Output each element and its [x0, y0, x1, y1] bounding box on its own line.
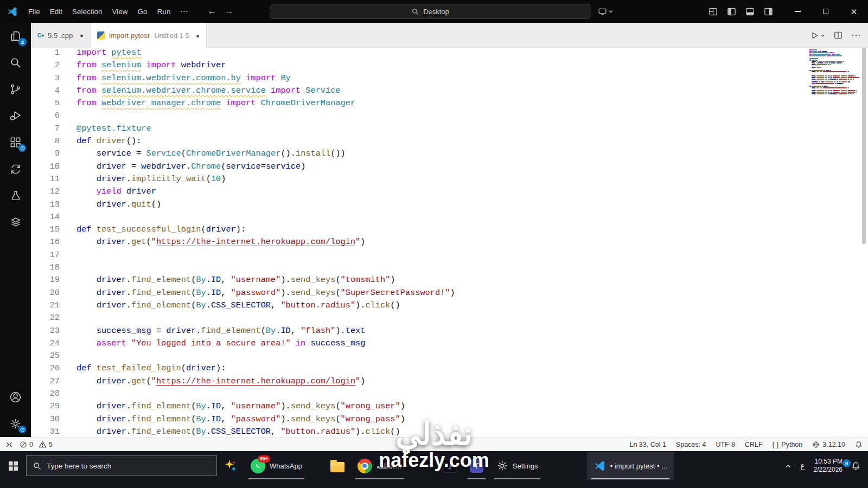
cursor-position[interactable]: Ln 33, Col 1 [629, 441, 666, 448]
eol-sequence[interactable]: CRLF [745, 441, 763, 448]
extensions-update-badge [18, 144, 26, 152]
editor-tab-5-5-cpp[interactable]: C+5.5 .cpp● [31, 23, 91, 48]
code-line-19[interactable]: 19 driver.find_element(By.ID, "username"… [31, 274, 455, 286]
forward-arrow-button[interactable]: → [224, 6, 233, 17]
line-number: 15 [31, 223, 60, 236]
code-line-2[interactable]: 2from selenium import webdriver [31, 59, 455, 72]
testing-beaker-icon[interactable] [0, 182, 31, 209]
extensions-icon[interactable] [0, 129, 31, 156]
taskbar-vscode[interactable]: • import pytest • ... [587, 452, 674, 480]
code-line-20[interactable]: 20 driver.find_element(By.ID, "password"… [31, 287, 455, 299]
taskbar-whatsapp[interactable]: 99+ WhatsApp [244, 452, 309, 480]
notification-center-button[interactable]: 8 [851, 461, 860, 471]
code-line-28[interactable]: 28 [31, 388, 455, 400]
python-interpreter[interactable]: 3.12.10 [812, 441, 845, 448]
line-number: 14 [31, 211, 60, 223]
code-line-10[interactable]: 10 driver = webdriver.Chrome(service=ser… [31, 160, 455, 173]
code-line-26[interactable]: 26def test_failed_login(driver): [31, 362, 455, 375]
code-line-12[interactable]: 12 yield driver [31, 185, 455, 198]
code-line-27[interactable]: 27 driver.get("https://the-internet.hero… [31, 375, 455, 388]
taskbar-media-app[interactable]: ♪ [437, 452, 463, 480]
modified-dot-icon[interactable]: ● [80, 32, 84, 38]
maximize-button[interactable] [812, 0, 840, 23]
taskbar-file-explorer[interactable] [324, 452, 351, 480]
menu-go[interactable]: Go [133, 5, 152, 18]
code-line-31[interactable]: 31 driver.find_element(By.CSS_SELECTOR, … [31, 426, 455, 437]
code-line-23[interactable]: 23 success_msg = driver.find_element(By.… [31, 325, 455, 337]
code-line-1[interactable]: 1import pytest [31, 48, 455, 59]
explorer-icon[interactable]: 2 [0, 23, 31, 49]
code-line-24[interactable]: 24 assert "You logged into a secure area… [31, 337, 455, 350]
monitor-dropdown-button[interactable] [598, 0, 614, 23]
cpp-file-icon: C+ [37, 33, 44, 38]
code-line-21[interactable]: 21 driver.find_element(By.CSS_SELECTOR, … [31, 299, 455, 312]
code-line-30[interactable]: 30 driver.find_element(By.ID, "password"… [31, 413, 455, 426]
problems-indicator[interactable]: 0 5 [20, 440, 53, 448]
code-line-17[interactable]: 17 [31, 249, 455, 261]
source-control-icon[interactable] [0, 76, 31, 102]
run-python-file-button[interactable] [810, 31, 825, 40]
settings-gear-icon [496, 460, 508, 472]
notifications-bell-icon[interactable] [855, 441, 863, 448]
settings-gear-icon[interactable] [0, 410, 31, 437]
layers-icon[interactable] [0, 209, 31, 235]
split-editor-icon[interactable] [834, 31, 843, 40]
toggle-sidebar-icon[interactable] [727, 7, 736, 16]
indentation[interactable]: Spaces: 4 [676, 441, 706, 448]
code-line-22[interactable]: 22 [31, 312, 455, 324]
menu-more-button[interactable]: ⋯ [175, 5, 192, 17]
menu-run[interactable]: Run [152, 5, 176, 18]
search-sidebar-icon[interactable] [0, 49, 31, 76]
back-arrow-button[interactable]: ← [207, 6, 216, 17]
vscode-label: • import pytest • ... [610, 462, 667, 470]
toggle-secondary-sidebar-icon[interactable] [764, 7, 773, 16]
code-line-6[interactable]: 6 [31, 110, 455, 122]
code-editor[interactable]: 1import pytest2from selenium import webd… [31, 48, 868, 437]
code-line-29[interactable]: 29 driver.find_element(By.ID, "username"… [31, 400, 455, 413]
code-line-8[interactable]: 8def driver(): [31, 135, 455, 147]
scrollbar-thumb[interactable] [862, 48, 866, 244]
customize-layout-icon[interactable] [709, 7, 718, 16]
highlights-sparkle-icon[interactable] [217, 452, 244, 480]
editor-tab-import-pytest[interactable]: import pytestUntitled-1 5● [91, 23, 207, 48]
code-line-5[interactable]: 5from webdriver_manager.chrome import Ch… [31, 97, 455, 110]
menu-file[interactable]: File [23, 5, 45, 18]
code-line-15[interactable]: 15def test_successful_login(driver): [31, 223, 455, 236]
code-line-25[interactable]: 25 [31, 350, 455, 362]
language-mode[interactable]: { } Python [773, 441, 803, 448]
line-number: 28 [31, 388, 60, 400]
whatsapp-label: WhatsApp [270, 462, 302, 470]
taskbar-settings[interactable]: Settings [490, 452, 545, 480]
code-line-14[interactable]: 14 [31, 211, 455, 223]
code-line-11[interactable]: 11 driver.implicitly_wait(10) [31, 173, 455, 185]
encoding[interactable]: UTF-8 [716, 441, 735, 448]
command-center-search[interactable]: Desktop [270, 4, 591, 19]
menu-edit[interactable]: Edit [45, 5, 67, 18]
code-line-18[interactable]: 18 [31, 261, 455, 274]
tray-clock[interactable]: 10:53 PM 2/22/2026 [814, 458, 843, 474]
code-line-13[interactable]: 13 driver.quit() [31, 198, 455, 211]
menu-view[interactable]: View [107, 5, 133, 18]
code-line-3[interactable]: 3from selenium.webdriver.common.by impor… [31, 72, 455, 85]
taskbar-teams[interactable]: T [463, 452, 490, 480]
toggle-panel-icon[interactable] [745, 7, 755, 16]
menu-selection[interactable]: Selection [67, 5, 107, 18]
remote-window-icon[interactable] [5, 441, 13, 448]
account-icon[interactable] [0, 384, 31, 410]
modified-dot-icon[interactable]: ● [196, 33, 200, 39]
start-button[interactable] [0, 452, 26, 480]
close-button[interactable]: ✕ [840, 0, 868, 23]
minimap[interactable] [809, 49, 859, 94]
run-debug-icon[interactable] [0, 102, 31, 129]
code-line-7[interactable]: 7@pytest.fixture [31, 123, 455, 135]
editor-more-actions-icon[interactable]: ⋯ [851, 29, 861, 41]
code-line-9[interactable]: 9 service = Service(ChromeDriverManager(… [31, 147, 455, 160]
taskbar-search-input[interactable]: Type here to search [26, 455, 217, 476]
minimize-button[interactable] [783, 0, 812, 23]
tray-chevron-up-icon[interactable] [785, 463, 792, 470]
taskbar-chrome[interactable]: الحلقة… [351, 452, 409, 480]
code-line-4[interactable]: 4from selenium.webdriver.chrome.service … [31, 85, 455, 97]
sync-icon[interactable] [0, 156, 31, 182]
language-indicator[interactable]: ع [800, 461, 805, 470]
code-line-16[interactable]: 16 driver.get("https://the-internet.hero… [31, 236, 455, 248]
